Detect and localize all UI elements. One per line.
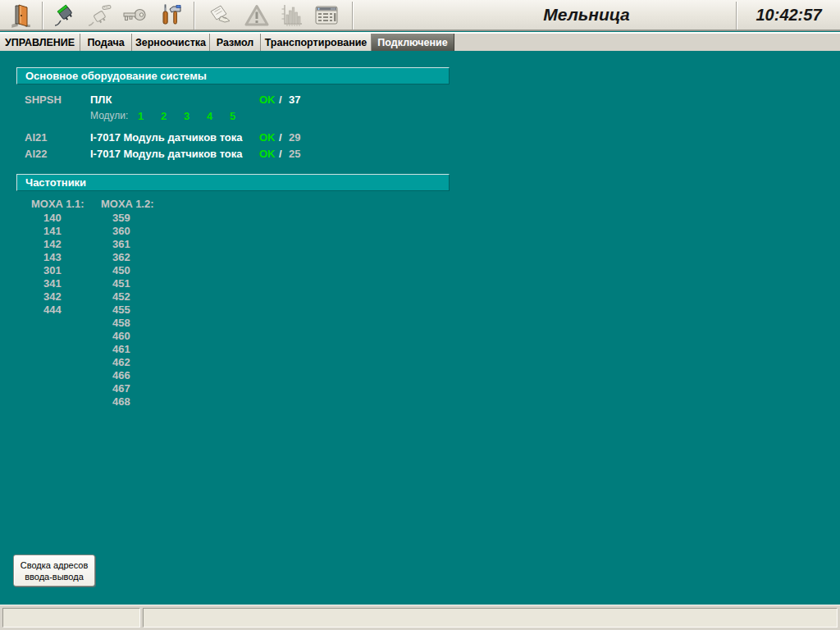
module-number: 2 xyxy=(161,110,184,122)
drive-address: 458 xyxy=(112,317,162,330)
device-name: I-7017 Модуль датчиков тока xyxy=(90,148,243,160)
equipment-row-plc: SHPSH ПЛК OK / 37 xyxy=(0,94,492,107)
tools-button[interactable] xyxy=(154,2,187,30)
clock-display: 10:42:57 xyxy=(737,0,840,30)
module-number: 1 xyxy=(138,110,161,122)
device-status: OK xyxy=(259,148,276,160)
drive-address: 342 xyxy=(43,290,93,304)
button-label-line1: Сводка адресов xyxy=(21,560,89,570)
drive-address: 444 xyxy=(43,304,93,317)
drive-address: 142 xyxy=(43,238,93,251)
device-name: I-7017 Модуль датчиков тока xyxy=(90,131,243,144)
drive-address: 462 xyxy=(112,356,162,369)
drive-address: 361 xyxy=(112,238,162,251)
status-bar xyxy=(0,605,840,630)
drive-address: 460 xyxy=(112,330,162,343)
moxa-1-2-address-list: 3593603613624504514524554584604614624664… xyxy=(112,212,162,409)
drive-address: 461 xyxy=(112,343,162,356)
drive-address: 359 xyxy=(112,212,162,225)
equipment-section-header: Основное оборудование системы xyxy=(16,67,450,84)
drive-address: 360 xyxy=(112,225,162,238)
modules-label: Модули: xyxy=(90,110,128,121)
moxa-1-2-label: MOXA 1.2: xyxy=(101,198,154,210)
toolbar-separator xyxy=(194,2,195,30)
tab-transportirovanie[interactable]: Транспортирование xyxy=(261,34,372,52)
drive-address: 140 xyxy=(43,212,93,225)
plug-connect-icon xyxy=(52,2,80,29)
status-panel-right xyxy=(143,608,838,628)
device-tag: AI22 xyxy=(25,148,47,160)
report-button[interactable] xyxy=(203,2,236,30)
frequency-section-header: Частотники xyxy=(16,174,450,191)
alarms-button[interactable] xyxy=(240,2,273,30)
module-number: 3 xyxy=(184,110,207,122)
scada-screen: Мельница 10:42:57 УПРАВЛЕНИЕ Подача Зерн… xyxy=(0,0,840,630)
equipment-row-ai21: AI21 I-7017 Модуль датчиков тока OK / 29 xyxy=(0,131,492,144)
device-tag: AI21 xyxy=(25,131,47,144)
drive-address: 452 xyxy=(112,290,162,304)
module-number: 4 xyxy=(207,110,230,122)
tab-zernoochistka[interactable]: Зерноочистка xyxy=(132,34,210,52)
status-slash: / xyxy=(279,131,282,144)
device-status: OK xyxy=(259,131,276,144)
drive-address: 451 xyxy=(112,277,162,290)
connect-button[interactable] xyxy=(49,2,82,30)
drive-address: 362 xyxy=(112,251,162,264)
io-panel-button[interactable] xyxy=(310,2,343,30)
window-title: Мельница xyxy=(386,0,788,30)
tab-podklyuchenie[interactable]: Подключение xyxy=(372,34,454,52)
status-slash: / xyxy=(279,148,282,160)
button-label-line2: ввода-вывода xyxy=(25,572,84,582)
tab-podacha[interactable]: Подача xyxy=(80,34,132,52)
tab-upravlenie[interactable]: УПРАВЛЕНИЕ xyxy=(0,34,80,52)
tools-icon xyxy=(157,2,185,29)
moxa-1-1-label: MOXA 1.1: xyxy=(31,198,84,210)
drive-address: 455 xyxy=(112,304,162,317)
key-button[interactable] xyxy=(118,2,151,30)
alarm-warning-icon xyxy=(243,2,271,29)
drive-address: 301 xyxy=(43,264,93,277)
device-name: ПЛК xyxy=(90,94,112,106)
status-slash: / xyxy=(279,94,282,106)
main-content: Основное оборудование системы SHPSH ПЛК … xyxy=(0,51,840,605)
device-tag: SHPSH xyxy=(25,94,62,106)
toolbar: Мельница 10:42:57 xyxy=(0,0,840,31)
drive-address: 468 xyxy=(112,395,162,409)
drive-address: 466 xyxy=(112,369,162,382)
trends-button[interactable] xyxy=(275,2,308,30)
drive-address: 143 xyxy=(43,251,93,264)
modules-list: 12345 xyxy=(138,110,253,122)
io-address-summary-button[interactable]: Сводка адресов ввода-вывода xyxy=(13,555,95,587)
tab-razmol[interactable]: Размол xyxy=(210,34,261,52)
plug-disconnect-icon xyxy=(86,2,114,29)
device-status: OK xyxy=(259,94,276,106)
drive-address: 467 xyxy=(112,382,162,395)
drive-address: 141 xyxy=(43,225,93,238)
plc-modules-row: Модули: 12345 xyxy=(0,110,492,123)
module-number: 5 xyxy=(230,110,253,122)
exit-button[interactable] xyxy=(5,2,38,30)
status-panel-left xyxy=(2,608,140,628)
drive-address: 450 xyxy=(112,264,162,277)
disconnect-button[interactable] xyxy=(84,2,116,30)
toolbar-separator xyxy=(42,2,43,30)
exit-door-icon xyxy=(7,2,35,29)
device-counter: 25 xyxy=(289,148,300,160)
device-counter: 37 xyxy=(289,94,300,106)
tab-strip: УПРАВЛЕНИЕ Подача Зерноочистка Размол Тр… xyxy=(0,33,840,51)
io-panel-icon xyxy=(313,2,340,29)
device-counter: 29 xyxy=(289,131,300,144)
report-hand-icon xyxy=(206,2,234,29)
toolbar-separator xyxy=(352,2,354,30)
trend-chart-icon xyxy=(277,2,305,29)
key-icon xyxy=(121,2,148,29)
moxa-1-1-address-list: 140141142143301341342444 xyxy=(43,212,93,317)
drive-address: 341 xyxy=(43,277,93,290)
equipment-row-ai22: AI22 I-7017 Модуль датчиков тока OK / 25 xyxy=(0,148,492,161)
